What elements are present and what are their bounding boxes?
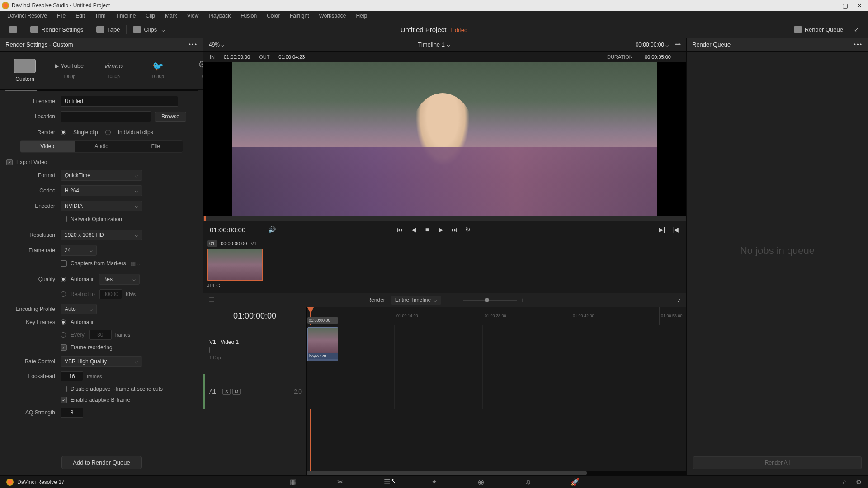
- page-cut[interactable]: ✂: [335, 478, 345, 486]
- encoder-select[interactable]: NVIDIA: [61, 201, 142, 211]
- menu-mark[interactable]: Mark: [160, 12, 182, 20]
- kf-auto-radio[interactable]: [61, 319, 66, 325]
- network-opt-checkbox[interactable]: [61, 216, 67, 222]
- restrict-input[interactable]: [99, 289, 122, 299]
- menu-workspace[interactable]: Workspace: [315, 12, 351, 20]
- deliver-icon-button[interactable]: [5, 24, 22, 34]
- audio-icon[interactable]: ♪: [677, 296, 681, 304]
- menu-clip[interactable]: Clip: [141, 12, 160, 20]
- menu-file[interactable]: File: [52, 12, 70, 20]
- preset-vimeo[interactable]: vimeo 1080p: [91, 56, 136, 85]
- minimize-button[interactable]: —: [827, 2, 834, 9]
- prev-clip-button[interactable]: ⏮: [396, 225, 405, 234]
- loop-button[interactable]: ↻: [463, 225, 472, 234]
- viewer[interactable]: [203, 62, 686, 216]
- video-clip[interactable]: boy-2420...: [307, 327, 338, 361]
- ratecontrol-select[interactable]: VBR High Quality: [61, 356, 142, 367]
- chapters-checkbox[interactable]: [61, 260, 67, 267]
- location-input[interactable]: [61, 111, 151, 122]
- stop-button[interactable]: ■: [423, 225, 432, 234]
- export-video-checkbox[interactable]: [6, 159, 13, 165]
- enable-adaptive-b-checkbox[interactable]: [61, 397, 67, 403]
- timeline-scrollbar[interactable]: [307, 471, 686, 475]
- quality-restrict-radio[interactable]: [61, 291, 66, 297]
- queue-options-button[interactable]: •••: [854, 41, 863, 48]
- clips-toggle[interactable]: Clips⌵: [128, 24, 170, 35]
- close-button[interactable]: ✕: [856, 2, 863, 9]
- tape-toggle[interactable]: Tape: [92, 24, 124, 35]
- zoom-out-button[interactable]: −: [456, 296, 459, 304]
- kf-every-input[interactable]: [89, 330, 112, 340]
- resolution-select[interactable]: 868 x 488 HD: [61, 230, 142, 240]
- range-indicator[interactable]: 01:00:00:00: [307, 317, 338, 324]
- home-icon[interactable]: ⌂: [843, 478, 847, 486]
- viewer-scrubber[interactable]: [203, 216, 686, 221]
- tab-video[interactable]: Video: [20, 141, 75, 152]
- maximize-button[interactable]: ▢: [842, 2, 848, 9]
- aq-strength-input[interactable]: [61, 408, 83, 418]
- volume-icon[interactable]: 🔊: [267, 225, 276, 234]
- render-all-button[interactable]: Render All: [693, 456, 862, 469]
- track-header-a1[interactable]: A1 S M 2.0: [203, 374, 306, 409]
- page-edit[interactable]: ☰: [382, 478, 392, 486]
- lookahead-input[interactable]: [61, 371, 83, 381]
- panel-options-button[interactable]: •••: [189, 41, 198, 48]
- menu-fusion[interactable]: Fusion: [236, 12, 261, 20]
- expand-button[interactable]: ⤢: [849, 24, 863, 35]
- track-a1[interactable]: [307, 374, 686, 409]
- quality-auto-radio[interactable]: [61, 277, 66, 282]
- menu-view[interactable]: View: [183, 12, 203, 20]
- goto-end-button[interactable]: ▶|: [657, 225, 666, 234]
- preset-custom[interactable]: Custom: [3, 56, 47, 85]
- goto-start-button[interactable]: |◀: [671, 225, 680, 234]
- solo-a1[interactable]: S: [222, 389, 231, 395]
- page-color[interactable]: ◉: [476, 478, 486, 486]
- tab-audio[interactable]: Audio: [75, 141, 129, 152]
- track-header-v1[interactable]: V1 Video 1 ▢ 1 Clip: [203, 325, 306, 374]
- timeline-ruler[interactable]: 01:00:00:00 01:00:14:00 01:00:28:00 01:0…: [307, 307, 686, 325]
- menu-trim[interactable]: Trim: [90, 12, 110, 20]
- menu-timeline[interactable]: Timeline: [111, 12, 140, 20]
- browse-button[interactable]: Browse: [155, 112, 186, 122]
- tab-file[interactable]: File: [128, 141, 183, 152]
- single-clip-radio[interactable]: [61, 130, 66, 135]
- menu-playback[interactable]: Playback: [204, 12, 235, 20]
- individual-clips-radio[interactable]: [105, 130, 111, 135]
- play-button[interactable]: ▶: [436, 225, 445, 234]
- render-settings-toggle[interactable]: Render Settings: [26, 24, 88, 35]
- viewer-options[interactable]: •••: [675, 42, 681, 48]
- track-enable-v1[interactable]: ▢: [209, 347, 217, 353]
- page-fusion[interactable]: ✦: [429, 478, 439, 486]
- preset-youtube[interactable]: ▶ YouTube 1080p: [47, 56, 91, 85]
- render-queue-toggle[interactable]: Render Queue: [789, 24, 848, 35]
- menu-help[interactable]: Help: [351, 12, 372, 20]
- preset-more[interactable]: ⚙ 10: [180, 56, 203, 85]
- clip-thumbnail[interactable]: [207, 249, 263, 281]
- menu-davinci[interactable]: DaVinci Resolve: [3, 12, 52, 20]
- zoom-display[interactable]: 49% ⌵: [209, 42, 224, 48]
- codec-select[interactable]: H.264: [61, 185, 142, 196]
- menu-fairlight[interactable]: Fairlight: [285, 12, 314, 20]
- step-back-button[interactable]: ◀: [409, 225, 418, 234]
- format-select[interactable]: QuickTime: [61, 170, 142, 181]
- page-media[interactable]: ▦: [288, 478, 298, 486]
- kf-every-radio[interactable]: [61, 332, 66, 338]
- mute-a1[interactable]: M: [232, 389, 241, 395]
- playhead-icon[interactable]: [307, 307, 314, 314]
- page-fairlight[interactable]: ♫: [523, 478, 533, 486]
- disable-adaptive-i-checkbox[interactable]: [61, 386, 67, 392]
- track-v1[interactable]: boy-2420...: [307, 325, 686, 374]
- zoom-slider[interactable]: [463, 300, 517, 301]
- viewer-timecode[interactable]: 00:00:00:00 ⌵: [636, 42, 669, 48]
- timeline-tracks[interactable]: 01:00:00:00 01:00:14:00 01:00:28:00 01:0…: [307, 307, 686, 475]
- enc-profile-select[interactable]: Auto: [61, 304, 97, 314]
- filename-input[interactable]: [61, 96, 178, 107]
- add-to-queue-button[interactable]: Add to Render Queue: [61, 456, 141, 469]
- render-scope-select[interactable]: Entire Timeline⌵: [391, 296, 441, 305]
- timeline-name[interactable]: Timeline 1 ⌵: [418, 41, 450, 48]
- next-clip-button[interactable]: ⏭: [450, 225, 459, 234]
- preset-twitter[interactable]: 🐦 1080p: [136, 56, 180, 85]
- settings-icon[interactable]: ⚙: [856, 478, 862, 486]
- quality-best-select[interactable]: Best: [99, 274, 140, 285]
- page-deliver[interactable]: 🚀: [570, 478, 580, 486]
